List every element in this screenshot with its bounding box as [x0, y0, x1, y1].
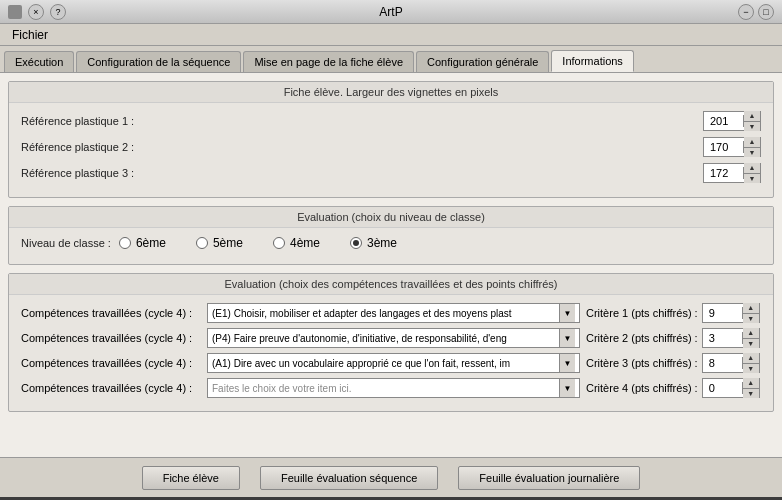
tab-execution[interactable]: Exécution [4, 51, 74, 72]
crit-group-1: Critère 1 (pts chiffrés) : 9 ▲ ▼ [586, 303, 761, 323]
radio-circle-6eme[interactable] [119, 237, 131, 249]
tab-config-generale[interactable]: Configuration générale [416, 51, 549, 72]
spin-up-2[interactable]: ▲ [744, 137, 760, 148]
comp-row-2: Compétences travaillées (cycle 4) : (P4)… [21, 328, 761, 348]
crit-down-1[interactable]: ▼ [743, 314, 759, 324]
crit-up-1[interactable]: ▲ [743, 303, 759, 314]
spinbox-value-3: 172 [704, 167, 744, 179]
window-title: ArtP [379, 5, 402, 19]
tabs-bar: Exécution Configuration de la séquence M… [0, 46, 782, 73]
comp-label-1: Compétences travaillées (cycle 4) : [21, 307, 201, 319]
tab-mise-en-page[interactable]: Mise en page de la fiche élève [243, 51, 414, 72]
crit-down-4[interactable]: ▼ [743, 389, 759, 399]
tab-config-sequence[interactable]: Configuration de la séquence [76, 51, 241, 72]
crit-value-2: 3 [703, 332, 743, 344]
bottom-bar: Fiche élève Feuille évaluation séquence … [0, 457, 782, 497]
minimize-button[interactable]: − [738, 4, 754, 20]
spin-up-1[interactable]: ▲ [744, 111, 760, 122]
comp-select-1[interactable]: (E1) Choisir, mobiliser et adapter des l… [207, 303, 580, 323]
fiche-eleve-button[interactable]: Fiche élève [142, 466, 240, 490]
comp-select-text-1: (E1) Choisir, mobiliser et adapter des l… [212, 308, 559, 319]
vignette-label-1: Référence plastique 1 : [21, 115, 134, 127]
radio-6eme[interactable]: 6ème [119, 236, 166, 250]
crit-arrows-2[interactable]: ▲ ▼ [743, 328, 759, 348]
comp-select-arrow-4[interactable]: ▼ [559, 378, 575, 398]
title-bar: × ? ArtP − □ [0, 0, 782, 24]
close-button[interactable]: × [28, 4, 44, 20]
comp-row-3: Compétences travaillées (cycle 4) : (A1)… [21, 353, 761, 373]
feuille-eval-jour-button[interactable]: Feuille évaluation journalière [458, 466, 640, 490]
crit-down-2[interactable]: ▼ [743, 339, 759, 349]
crit-label-3: Critère 3 (pts chiffrés) : [586, 357, 698, 369]
radio-group-niveau: 6ème 5ème 4ème 3ème [119, 236, 761, 250]
comp-select-4[interactable]: Faites le choix de votre item ici. ▼ [207, 378, 580, 398]
section-vignettes-header: Fiche élève. Largeur des vignettes en pi… [9, 82, 773, 103]
comp-select-arrow-3[interactable]: ▼ [559, 353, 575, 373]
crit-spinbox-4[interactable]: 0 ▲ ▼ [702, 378, 760, 398]
spinbox-arrows-1[interactable]: ▲ ▼ [744, 111, 760, 131]
tab-informations[interactable]: Informations [551, 50, 634, 72]
radio-label-6eme: 6ème [136, 236, 166, 250]
crit-arrows-3[interactable]: ▲ ▼ [743, 353, 759, 373]
radio-circle-3eme[interactable] [350, 237, 362, 249]
crit-value-4: 0 [703, 382, 743, 394]
radio-circle-5eme[interactable] [196, 237, 208, 249]
crit-up-4[interactable]: ▲ [743, 378, 759, 389]
title-bar-controls: − □ [738, 4, 774, 20]
main-content: Fiche élève. Largeur des vignettes en pi… [0, 73, 782, 457]
spinbox-1[interactable]: 201 ▲ ▼ [703, 111, 761, 131]
spinbox-3[interactable]: 172 ▲ ▼ [703, 163, 761, 183]
crit-spinbox-1[interactable]: 9 ▲ ▼ [702, 303, 760, 323]
radio-label-3eme: 3ème [367, 236, 397, 250]
vignette-row-3: Référence plastique 3 : 172 ▲ ▼ [21, 163, 761, 183]
title-bar-left: × ? [8, 4, 66, 20]
comp-row-1: Compétences travaillées (cycle 4) : (E1)… [21, 303, 761, 323]
crit-arrows-1[interactable]: ▲ ▼ [743, 303, 759, 323]
radio-label-5eme: 5ème [213, 236, 243, 250]
spin-down-3[interactable]: ▼ [744, 174, 760, 184]
comp-label-2: Compétences travaillées (cycle 4) : [21, 332, 201, 344]
spin-up-3[interactable]: ▲ [744, 163, 760, 174]
maximize-button[interactable]: □ [758, 4, 774, 20]
menu-fichier[interactable]: Fichier [4, 26, 56, 44]
spinbox-2[interactable]: 170 ▲ ▼ [703, 137, 761, 157]
crit-up-3[interactable]: ▲ [743, 353, 759, 364]
unknown-button[interactable]: ? [50, 4, 66, 20]
spinbox-arrows-3[interactable]: ▲ ▼ [744, 163, 760, 183]
crit-down-3[interactable]: ▼ [743, 364, 759, 374]
spinbox-arrows-2[interactable]: ▲ ▼ [744, 137, 760, 157]
comp-select-arrow-1[interactable]: ▼ [559, 303, 575, 323]
crit-spinbox-3[interactable]: 8 ▲ ▼ [702, 353, 760, 373]
spin-down-2[interactable]: ▼ [744, 148, 760, 158]
crit-up-2[interactable]: ▲ [743, 328, 759, 339]
vignette-label-3: Référence plastique 3 : [21, 167, 134, 179]
crit-spinbox-2[interactable]: 3 ▲ ▼ [702, 328, 760, 348]
radio-5eme[interactable]: 5ème [196, 236, 243, 250]
radio-3eme[interactable]: 3ème [350, 236, 397, 250]
comp-select-2[interactable]: (P4) Faire preuve d'autonomie, d'initiat… [207, 328, 580, 348]
comp-select-arrow-2[interactable]: ▼ [559, 328, 575, 348]
niveau-label: Niveau de classe : [21, 237, 111, 249]
crit-arrows-4[interactable]: ▲ ▼ [743, 378, 759, 398]
menu-bar: Fichier [0, 24, 782, 46]
crit-group-2: Critère 2 (pts chiffrés) : 3 ▲ ▼ [586, 328, 761, 348]
comp-label-4: Compétences travaillées (cycle 4) : [21, 382, 201, 394]
radio-label-4eme: 4ème [290, 236, 320, 250]
crit-group-3: Critère 3 (pts chiffrés) : 8 ▲ ▼ [586, 353, 761, 373]
section-competences-header: Evaluation (choix des compétences travai… [9, 274, 773, 295]
comp-select-3[interactable]: (A1) Dire avec un vocabulaire approprié … [207, 353, 580, 373]
feuille-eval-seq-button[interactable]: Feuille évaluation séquence [260, 466, 438, 490]
vignette-row-2: Référence plastique 2 : 170 ▲ ▼ [21, 137, 761, 157]
crit-label-4: Critère 4 (pts chiffrés) : [586, 382, 698, 394]
comp-select-text-4: Faites le choix de votre item ici. [212, 383, 559, 394]
comp-row-4: Compétences travaillées (cycle 4) : Fait… [21, 378, 761, 398]
crit-group-4: Critère 4 (pts chiffrés) : 0 ▲ ▼ [586, 378, 761, 398]
app-icon [8, 5, 22, 19]
radio-4eme[interactable]: 4ème [273, 236, 320, 250]
spin-down-1[interactable]: ▼ [744, 122, 760, 132]
spinbox-value-1: 201 [704, 115, 744, 127]
crit-label-2: Critère 2 (pts chiffrés) : [586, 332, 698, 344]
spinbox-value-2: 170 [704, 141, 744, 153]
section-vignettes-body: Référence plastique 1 : 201 ▲ ▼ Référenc… [9, 103, 773, 197]
radio-circle-4eme[interactable] [273, 237, 285, 249]
